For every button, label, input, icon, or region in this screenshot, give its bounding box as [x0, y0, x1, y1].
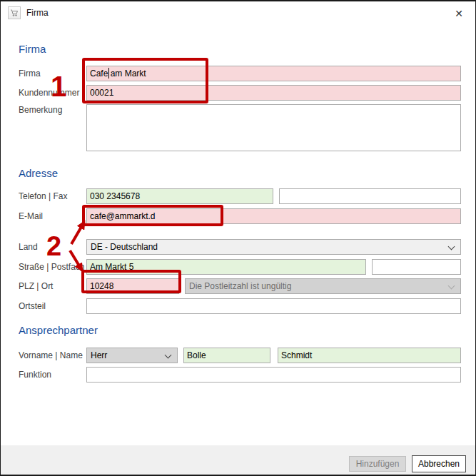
annotation-number-2: 2 [46, 233, 61, 260]
ortsteil-input[interactable] [86, 298, 461, 314]
ort-validation-message: Die Postleitzahl ist ungültig [189, 281, 291, 291]
label-strasse-postfach: Straße | Postfach [19, 262, 85, 272]
label-kundennummer: Kundennummer [19, 88, 79, 98]
firma-input[interactable] [86, 66, 461, 81]
label-telefon-fax: Telefon | Fax [19, 191, 67, 201]
section-heading-firma: Firma [19, 43, 46, 55]
fax-input[interactable] [279, 188, 461, 204]
land-combobox[interactable]: DE - Deutschland [86, 239, 461, 255]
hinzufuegen-button: Hinzufügen [349, 456, 406, 472]
chevron-down-icon [165, 352, 172, 359]
bemerkung-textarea[interactable] [86, 104, 461, 151]
section-heading-ansprechpartner: Ansprechpartner [19, 324, 98, 336]
abbrechen-button[interactable]: Abbrechen [412, 455, 466, 472]
postfach-input[interactable] [372, 259, 461, 275]
window-title: Firma [26, 8, 49, 18]
plz-input[interactable] [86, 278, 179, 294]
label-funktion: Funktion [19, 370, 51, 380]
titlebar: Firma ✕ [1, 1, 475, 24]
text-caret [108, 68, 109, 79]
label-plz-ort: PLZ | Ort [19, 281, 53, 291]
nachname-input[interactable] [278, 348, 461, 363]
strasse-input[interactable] [86, 259, 366, 275]
funktion-input[interactable] [86, 367, 461, 383]
vorname-input[interactable] [183, 348, 270, 363]
label-land: Land [19, 242, 38, 252]
chevron-down-icon [448, 283, 455, 290]
label-firma: Firma [19, 69, 41, 79]
anrede-selected-value: Herr [91, 350, 107, 360]
cart-icon [8, 6, 21, 19]
label-vorname-name: Vorname | Name [19, 350, 83, 360]
label-email: E-Mail [19, 211, 43, 221]
chevron-down-icon [448, 243, 455, 250]
telefon-input[interactable] [86, 188, 273, 204]
ort-combobox-disabled: Die Postleitzahl ist ungültig [185, 278, 461, 294]
anrede-combobox[interactable]: Herr [86, 348, 178, 363]
land-selected-value: DE - Deutschland [91, 242, 158, 252]
label-bemerkung: Bemerkung [19, 105, 62, 115]
kundennummer-input[interactable] [86, 85, 461, 101]
email-input[interactable] [86, 208, 461, 224]
close-icon[interactable]: ✕ [445, 4, 472, 23]
label-ortsteil: Ortsteil [19, 301, 46, 311]
section-heading-adresse: Adresse [19, 167, 58, 179]
firma-dialog: Firma ✕ Firma Firma Kundennummer Bemerku… [0, 0, 476, 476]
